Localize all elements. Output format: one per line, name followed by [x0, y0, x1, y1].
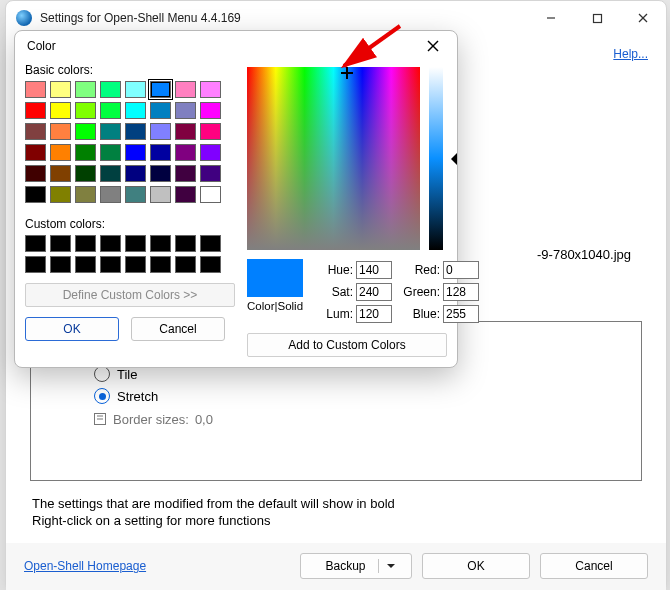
basic-swatch[interactable]: [175, 102, 196, 119]
basic-swatch[interactable]: [50, 165, 71, 182]
custom-swatch[interactable]: [175, 235, 196, 252]
bottom-bar: Open-Shell Homepage Backup OK Cancel: [6, 543, 666, 590]
basic-swatch[interactable]: [200, 186, 221, 203]
maximize-button[interactable]: [574, 1, 620, 35]
basic-swatch[interactable]: [175, 81, 196, 98]
basic-swatch[interactable]: [125, 123, 146, 140]
radio-stretch[interactable]: Stretch: [94, 386, 625, 406]
border-value: 0,0: [195, 412, 213, 427]
dialog-title: Color: [25, 39, 419, 53]
basic-swatch[interactable]: [175, 144, 196, 161]
green-input[interactable]: [443, 283, 479, 301]
basic-swatch[interactable]: [100, 165, 121, 182]
color-preview: Color|Solid: [247, 259, 303, 312]
basic-swatch[interactable]: [125, 165, 146, 182]
basic-swatch[interactable]: [75, 81, 96, 98]
custom-swatch[interactable]: [75, 235, 96, 252]
help-link[interactable]: Help...: [613, 47, 648, 61]
homepage-link[interactable]: Open-Shell Homepage: [24, 559, 146, 573]
basic-swatch[interactable]: [150, 165, 171, 182]
basic-swatch[interactable]: [25, 165, 46, 182]
basic-swatch[interactable]: [25, 123, 46, 140]
basic-swatch[interactable]: [175, 186, 196, 203]
radio-label: Stretch: [117, 389, 158, 404]
backup-button[interactable]: Backup: [300, 553, 412, 579]
custom-swatch[interactable]: [150, 235, 171, 252]
custom-swatch[interactable]: [125, 235, 146, 252]
custom-swatch[interactable]: [25, 235, 46, 252]
color-ok-button[interactable]: OK: [25, 317, 119, 341]
basic-swatch[interactable]: [75, 102, 96, 119]
basic-swatch[interactable]: [125, 186, 146, 203]
crosshair-icon: [341, 67, 353, 79]
basic-swatch[interactable]: [75, 165, 96, 182]
basic-swatch[interactable]: [150, 186, 171, 203]
basic-swatch[interactable]: [50, 186, 71, 203]
luminance-slider[interactable]: [429, 67, 443, 250]
visible-file-text: -9-780x1040.jpg: [537, 247, 631, 262]
basic-swatch[interactable]: [150, 102, 171, 119]
basic-swatch[interactable]: [50, 81, 71, 98]
basic-swatch[interactable]: [150, 144, 171, 161]
custom-swatch[interactable]: [50, 256, 71, 273]
hue-input[interactable]: [356, 261, 392, 279]
basic-swatch[interactable]: [100, 123, 121, 140]
basic-swatch[interactable]: [200, 123, 221, 140]
basic-swatch[interactable]: [75, 186, 96, 203]
basic-swatch[interactable]: [125, 144, 146, 161]
custom-swatch[interactable]: [100, 256, 121, 273]
basic-swatch[interactable]: [75, 123, 96, 140]
custom-swatch[interactable]: [200, 256, 221, 273]
basic-swatch[interactable]: [200, 81, 221, 98]
basic-swatch[interactable]: [25, 102, 46, 119]
basic-swatch[interactable]: [125, 81, 146, 98]
hint-text: The settings that are modified from the …: [32, 495, 395, 529]
basic-swatch[interactable]: [150, 123, 171, 140]
blue-input[interactable]: [443, 305, 479, 323]
basic-swatch[interactable]: [25, 144, 46, 161]
color-values: Hue: Red: Sat: Green: Lum: Blue:: [315, 261, 479, 327]
basic-swatch[interactable]: [125, 102, 146, 119]
define-custom-button[interactable]: Define Custom Colors >>: [25, 283, 235, 307]
svg-rect-1: [593, 14, 601, 22]
basic-swatch[interactable]: [100, 144, 121, 161]
basic-swatch[interactable]: [25, 81, 46, 98]
basic-swatch[interactable]: [50, 123, 71, 140]
basic-swatch[interactable]: [200, 102, 221, 119]
basic-swatch[interactable]: [100, 81, 121, 98]
preview-swatch: [247, 259, 303, 297]
sat-input[interactable]: [356, 283, 392, 301]
custom-swatch[interactable]: [25, 256, 46, 273]
custom-swatch[interactable]: [150, 256, 171, 273]
custom-swatch[interactable]: [175, 256, 196, 273]
basic-swatch[interactable]: [100, 186, 121, 203]
app-icon: [16, 10, 32, 26]
basic-swatch[interactable]: [200, 144, 221, 161]
cancel-button[interactable]: Cancel: [540, 553, 648, 579]
close-button[interactable]: [620, 1, 666, 35]
basic-swatch[interactable]: [175, 123, 196, 140]
lum-input[interactable]: [356, 305, 392, 323]
custom-swatch[interactable]: [125, 256, 146, 273]
custom-swatch[interactable]: [100, 235, 121, 252]
basic-swatch[interactable]: [50, 102, 71, 119]
basic-swatch[interactable]: [25, 186, 46, 203]
color-cancel-button[interactable]: Cancel: [131, 317, 225, 341]
minimize-button[interactable]: [528, 1, 574, 35]
border-sizes-row[interactable]: Border sizes: 0,0: [93, 409, 625, 429]
window-title: Settings for Open-Shell Menu 4.4.169: [40, 11, 528, 25]
basic-swatch[interactable]: [200, 165, 221, 182]
basic-swatch[interactable]: [150, 81, 171, 98]
custom-swatch[interactable]: [50, 235, 71, 252]
basic-swatch[interactable]: [175, 165, 196, 182]
red-input[interactable]: [443, 261, 479, 279]
basic-swatch[interactable]: [75, 144, 96, 161]
basic-swatch[interactable]: [50, 144, 71, 161]
color-spectrum[interactable]: [247, 67, 420, 250]
ok-button[interactable]: OK: [422, 553, 530, 579]
custom-swatch[interactable]: [75, 256, 96, 273]
add-to-custom-button[interactable]: Add to Custom Colors: [247, 333, 447, 357]
close-icon[interactable]: [419, 32, 447, 60]
custom-swatch[interactable]: [200, 235, 221, 252]
basic-swatch[interactable]: [100, 102, 121, 119]
